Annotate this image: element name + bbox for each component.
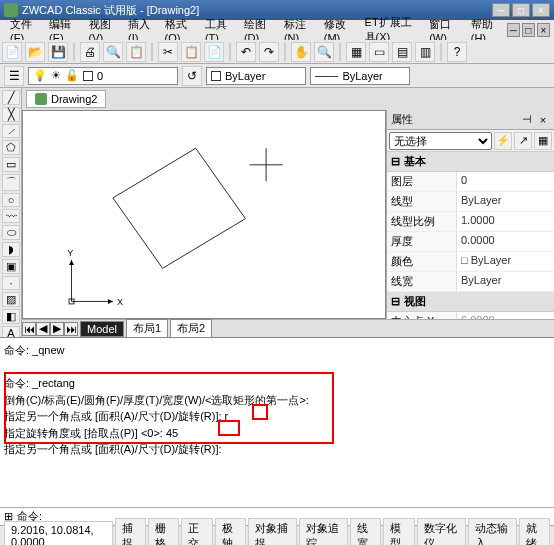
- prop-row[interactable]: 线型ByLayer: [387, 192, 554, 212]
- svg-text:Y: Y: [67, 248, 73, 258]
- pan-icon[interactable]: ✋: [291, 42, 311, 62]
- open-icon[interactable]: 📂: [25, 42, 45, 62]
- layer-manager-icon[interactable]: ☰: [4, 66, 24, 86]
- status-model[interactable]: 模型: [383, 518, 414, 546]
- ucs-icon: XY: [67, 248, 123, 307]
- layout-nav-next[interactable]: ▶: [50, 322, 64, 336]
- prop-key: 线宽: [387, 272, 457, 291]
- quickselect-icon[interactable]: ⚡: [494, 132, 512, 150]
- publish-icon[interactable]: 📋: [126, 42, 146, 62]
- status-tablet[interactable]: 数字化仪: [417, 518, 466, 546]
- polygon-icon[interactable]: ⬠: [2, 140, 20, 155]
- layer-selector[interactable]: 💡☀🔓0: [28, 67, 178, 85]
- ellipse-icon[interactable]: ⬭: [2, 225, 20, 240]
- save-icon[interactable]: 💾: [48, 42, 68, 62]
- prop-row[interactable]: 中心点 X6.0000: [387, 312, 554, 319]
- new-icon[interactable]: 📄: [2, 42, 22, 62]
- draw-toolbar: ╱ ╳ ⟋ ⬠ ▭ ⌒ ○ 〰 ⬭ ◗ ▣ · ▨ ◧ A: [0, 88, 22, 337]
- tab-layout2[interactable]: 布局2: [170, 319, 212, 338]
- layout-nav-prev[interactable]: ◀: [36, 322, 50, 336]
- layer-prev-icon[interactable]: ↺: [182, 66, 202, 86]
- copy-icon[interactable]: 📋: [181, 42, 201, 62]
- circle-icon[interactable]: ○: [2, 193, 20, 207]
- prop-row[interactable]: 图层0: [387, 172, 554, 192]
- region-icon[interactable]: ◧: [2, 309, 20, 324]
- prop-key: 线型: [387, 192, 457, 211]
- layout-nav-last[interactable]: ⏭: [64, 322, 78, 336]
- prop-val[interactable]: 1.0000: [457, 212, 554, 231]
- paste-icon[interactable]: 📄: [204, 42, 224, 62]
- prop-key: 线型比例: [387, 212, 457, 231]
- tool3-icon[interactable]: ▥: [415, 42, 435, 62]
- prop-row[interactable]: 线型比例1.0000: [387, 212, 554, 232]
- prop-val[interactable]: □ ByLayer: [457, 252, 554, 271]
- color-label: ByLayer: [225, 70, 265, 82]
- status-lwt[interactable]: 线宽: [350, 518, 381, 546]
- tab-layout1[interactable]: 布局1: [126, 319, 168, 338]
- prop-row[interactable]: 厚度0.0000: [387, 232, 554, 252]
- prop-val[interactable]: ByLayer: [457, 192, 554, 211]
- status-dyn[interactable]: 动态输入: [468, 518, 517, 546]
- block-icon[interactable]: ▣: [2, 259, 20, 274]
- standard-toolbar: 📄 📂 💾 🖨 🔍 📋 ✂ 📋 📄 ↶ ↷ ✋ 🔍 ▦ ▭ ▤ ▥ ?: [0, 40, 554, 64]
- doc-close-button[interactable]: ×: [537, 23, 550, 37]
- xline-icon[interactable]: ╳: [2, 107, 20, 122]
- doc-maximize-button[interactable]: □: [522, 23, 535, 37]
- layout-tabs: ⏮ ◀ ▶ ⏭ Model 布局1 布局2: [22, 319, 554, 337]
- status-grid[interactable]: 栅格: [148, 518, 179, 546]
- cmd-line: 命令: _qnew: [4, 342, 550, 359]
- coords-display: 9.2016, 10.0814, 0.0000: [4, 521, 113, 546]
- prop-val[interactable]: 0: [457, 172, 554, 191]
- prop-category[interactable]: ⊟视图: [387, 292, 554, 312]
- prop-close-icon[interactable]: ×: [536, 113, 550, 127]
- color-selector[interactable]: ByLayer: [206, 67, 306, 85]
- drawing-canvas[interactable]: XY: [22, 110, 386, 319]
- redo-icon[interactable]: ↷: [259, 42, 279, 62]
- tab-model[interactable]: Model: [80, 321, 124, 337]
- prop-val[interactable]: ByLayer: [457, 272, 554, 291]
- tool2-icon[interactable]: ▤: [392, 42, 412, 62]
- ellipse-arc-icon[interactable]: ◗: [2, 242, 20, 257]
- toggle-pim-icon[interactable]: ▦: [534, 132, 552, 150]
- prop-category[interactable]: ⊟基本: [387, 152, 554, 172]
- status-snap[interactable]: 捕捉: [115, 518, 146, 546]
- highlight-box-outer: [4, 372, 334, 444]
- select-object-icon[interactable]: ↗: [514, 132, 532, 150]
- doc-minimize-button[interactable]: ─: [507, 23, 520, 37]
- status-osnap[interactable]: 对象捕捉: [248, 518, 297, 546]
- status-otrack[interactable]: 对象追踪: [299, 518, 348, 546]
- prop-row[interactable]: 线宽ByLayer: [387, 272, 554, 292]
- prop-val[interactable]: 6.0000: [457, 312, 554, 319]
- undo-icon[interactable]: ↶: [236, 42, 256, 62]
- line-icon[interactable]: ╱: [2, 90, 20, 105]
- polyline-icon[interactable]: ⟋: [2, 124, 20, 138]
- spline-icon[interactable]: 〰: [2, 209, 20, 223]
- linetype-label: ByLayer: [342, 70, 382, 82]
- tool1-icon[interactable]: ▭: [369, 42, 389, 62]
- doc-tab[interactable]: Drawing2: [26, 90, 106, 108]
- help-icon[interactable]: ?: [447, 42, 467, 62]
- linetype-selector[interactable]: ───ByLayer: [310, 67, 410, 85]
- cut-icon[interactable]: ✂: [158, 42, 178, 62]
- prop-pin-icon[interactable]: ⊣: [520, 113, 534, 127]
- prop-val[interactable]: 0.0000: [457, 232, 554, 251]
- arc-icon[interactable]: ⌒: [2, 174, 20, 191]
- svg-marker-5: [69, 260, 74, 265]
- layout-nav-first[interactable]: ⏮: [22, 322, 36, 336]
- maximize-button[interactable]: □: [512, 3, 530, 17]
- status-ready[interactable]: 就绪: [519, 518, 550, 546]
- hatch-icon[interactable]: ▨: [2, 292, 20, 307]
- status-polar[interactable]: 极轴: [215, 518, 246, 546]
- svg-marker-3: [108, 299, 113, 304]
- close-button[interactable]: ×: [532, 3, 550, 17]
- zoom-icon[interactable]: 🔍: [314, 42, 334, 62]
- rectangle-icon[interactable]: ▭: [2, 157, 20, 172]
- props-icon[interactable]: ▦: [346, 42, 366, 62]
- preview-icon[interactable]: 🔍: [103, 42, 123, 62]
- doc-icon: [35, 93, 47, 105]
- status-ortho[interactable]: 正交: [181, 518, 212, 546]
- print-icon[interactable]: 🖨: [80, 42, 100, 62]
- point-icon[interactable]: ·: [2, 276, 20, 290]
- prop-row[interactable]: 颜色□ ByLayer: [387, 252, 554, 272]
- selection-dropdown[interactable]: 无选择: [389, 132, 492, 150]
